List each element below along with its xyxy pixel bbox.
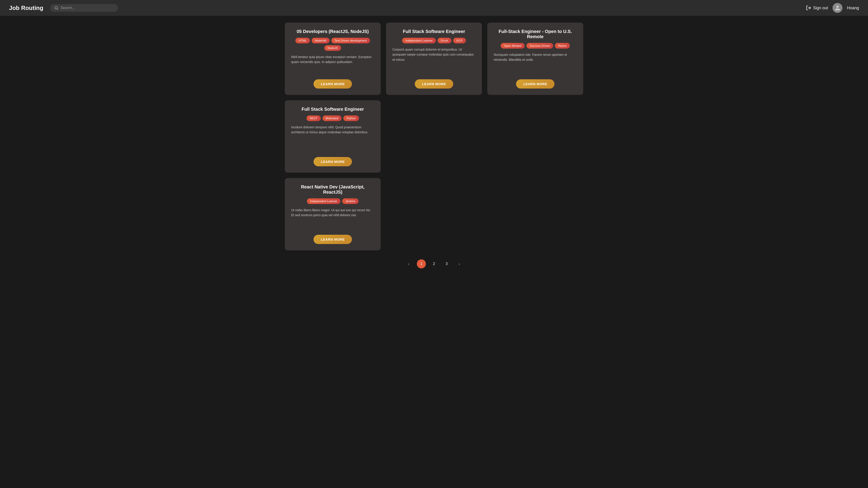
cards-grid-row1: 05 Developers (ReactJS, NodeJS) HTML Wat… — [285, 23, 583, 95]
card-description-5: Ut nobis libero libero magni. Ut qui aut… — [291, 207, 374, 229]
username: Hoang — [847, 6, 859, 10]
sign-out-label: Sign out — [813, 6, 828, 10]
tags-row-4: REST Motivated Python — [291, 116, 374, 121]
card-title-2: Full Stack Software Engineer — [393, 29, 475, 34]
cards-grid-row2: Full Stack Software Engineer REST Motiva… — [285, 100, 583, 250]
pagination-page-2[interactable]: 2 — [430, 259, 438, 268]
tag: Jenkins — [342, 198, 359, 204]
card-description-4: Incidunt dolorem tempore nihil. Quod pra… — [291, 125, 374, 152]
pagination-page-3[interactable]: 3 — [442, 259, 451, 268]
tag: Independent Learner — [402, 38, 436, 43]
pagination: ‹ 1 2 3 › — [9, 259, 859, 278]
learn-more-button-3[interactable]: LEARN MORE — [516, 79, 555, 89]
avatar — [833, 3, 842, 13]
tag: Open Minded — [501, 43, 525, 48]
header-right: Sign out Hoang — [806, 3, 859, 13]
card-description-1: Nihil tenetur quia ipsum vitae excepturi… — [291, 55, 374, 74]
job-card-1: 05 Developers (ReactJS, NodeJS) HTML Wat… — [285, 23, 381, 95]
header: Job Routing Sign out Hoang — [0, 0, 868, 16]
tag: Test Driven development — [331, 38, 370, 43]
tag: Independent Learner — [307, 198, 341, 204]
tag: GCP — [453, 38, 466, 43]
tag: Python — [343, 116, 359, 121]
job-card-3: Full-Stack Engineer - Open to U.S. Remot… — [487, 23, 583, 95]
learn-more-button-4[interactable]: LEARN MORE — [313, 157, 352, 166]
search-input[interactable] — [61, 6, 114, 10]
search-container — [50, 4, 118, 12]
tag: NodeJS — [324, 45, 341, 51]
tag: Grunt — [438, 38, 452, 43]
app-title: Job Routing — [9, 4, 43, 11]
main-content: 05 Developers (ReactJS, NodeJS) HTML Wat… — [0, 16, 868, 284]
card-title-3: Full-Stack Engineer - Open to U.S. Remot… — [494, 29, 577, 39]
tag: Waterfall — [312, 38, 330, 43]
job-card-4: Full Stack Software Engineer REST Motiva… — [285, 100, 381, 173]
job-card-2: Full Stack Software Engineer Independent… — [386, 23, 482, 95]
learn-more-button-5[interactable]: LEARN MORE — [313, 235, 352, 244]
job-card-5: React Native Dev (JavaScript, ReactJS) I… — [285, 178, 381, 250]
learn-more-button-2[interactable]: LEARN MORE — [415, 79, 453, 89]
svg-line-1 — [57, 8, 58, 9]
tag: Motivated — [322, 116, 342, 121]
pagination-page-1[interactable]: 1 — [417, 259, 426, 268]
tag: Redux — [555, 43, 570, 48]
sign-out-button[interactable]: Sign out — [806, 5, 828, 11]
card-description-2: Corporis quam corrupti dolorem et tempor… — [393, 47, 475, 74]
pagination-next[interactable]: › — [455, 259, 464, 268]
tags-row-1: HTML Waterfall Test Driven development N… — [291, 38, 374, 51]
tags-row-3: Open Minded Success Driven Redux — [494, 43, 577, 48]
card-title-5: React Native Dev (JavaScript, ReactJS) — [291, 184, 374, 195]
tag: REST — [307, 116, 321, 121]
pagination-prev[interactable]: ‹ — [404, 259, 413, 268]
card-title-1: 05 Developers (ReactJS, NodeJS) — [291, 29, 374, 34]
search-icon — [54, 6, 58, 10]
tag: HTML — [296, 38, 310, 43]
tags-row-2: Independent Learner Grunt GCP — [393, 38, 475, 43]
tag: Success Driven — [526, 43, 553, 48]
learn-more-button-1[interactable]: LEARN MORE — [313, 79, 352, 89]
tags-row-5: Independent Learner Jenkins — [291, 198, 374, 204]
card-title-4: Full Stack Software Engineer — [291, 107, 374, 112]
sign-out-icon — [806, 5, 811, 11]
card-description-3: Numquam voluptatem iste. Facere rerum ap… — [494, 52, 577, 74]
